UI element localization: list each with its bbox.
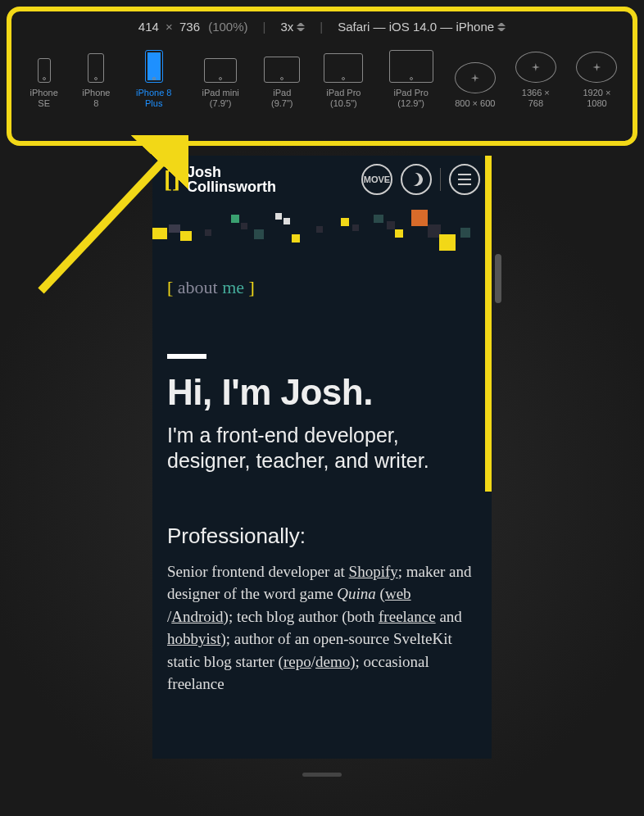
heading-rule xyxy=(167,354,206,359)
page-subheading: I'm a front-end developer, designer, tea… xyxy=(167,423,477,474)
device-icon xyxy=(576,52,617,83)
device-icon xyxy=(88,53,104,83)
device-label: iPhone SE xyxy=(26,88,61,109)
dark-mode-toggle[interactable] xyxy=(401,164,432,195)
highlight-edge xyxy=(485,156,492,492)
link-freelance[interactable]: freelance xyxy=(379,608,436,625)
viewport-width: 414 xyxy=(138,20,159,34)
device-label: iPad Pro (12.9") xyxy=(388,88,435,109)
link-web[interactable]: web xyxy=(385,585,411,602)
device-label: 800 × 600 xyxy=(455,98,495,109)
device-preset-ipad-9-7-[interactable]: iPad (9.7") xyxy=(264,57,300,109)
device-label: iPad Pro (10.5") xyxy=(320,88,367,109)
link-repo[interactable]: repo xyxy=(283,653,311,670)
responsive-design-toolbar: 414 × 736 (100%) | 3x | Safari — iOS 14.… xyxy=(7,7,637,146)
bio-paragraph: Senior frontend developer at Shopify; ma… xyxy=(167,560,477,696)
device-preset-ipad-mini-7-9-[interactable]: iPad mini (7.9") xyxy=(197,58,244,109)
device-icon xyxy=(455,62,496,93)
link-demo[interactable]: demo xyxy=(315,653,350,670)
device-label: iPad mini (7.9") xyxy=(197,88,244,109)
viewport-height: 736 xyxy=(179,20,200,34)
device-preset-iphone-se[interactable]: iPhone SE xyxy=(26,58,61,109)
viewport-dimensions[interactable]: 414 × 736 (100%) xyxy=(138,20,248,34)
page-subtitle: [ about me ] xyxy=(152,257,492,305)
section-heading: Professionally: xyxy=(167,524,477,549)
logo-bracket-icon: [] xyxy=(164,165,180,193)
device-label: iPad (9.7") xyxy=(264,88,300,109)
device-icon xyxy=(264,57,300,83)
device-icon xyxy=(145,50,163,83)
user-agent-select[interactable]: Safari — iOS 14.0 — iPhone xyxy=(338,20,506,34)
resize-handle[interactable] xyxy=(302,773,342,777)
updown-icon xyxy=(297,21,305,33)
dimension-x: × xyxy=(166,20,173,34)
device-icon xyxy=(515,52,556,83)
link-shopify[interactable]: Shopify xyxy=(349,563,398,580)
device-preset-ipad-pro-10-5-[interactable]: iPad Pro (10.5") xyxy=(320,53,367,109)
move-label: MOVE xyxy=(364,175,390,184)
device-icon xyxy=(38,58,51,83)
device-icon xyxy=(389,50,433,83)
moon-icon xyxy=(408,171,425,188)
decorative-pixels xyxy=(152,210,492,257)
device-preset-iphone-8[interactable]: iPhone 8 xyxy=(81,53,111,109)
simulated-viewport: [] Josh Collinsworth MOVE [ about me ] H… xyxy=(152,156,492,759)
menu-button[interactable] xyxy=(449,164,480,195)
logo-line1: Josh xyxy=(187,165,276,179)
updown-icon xyxy=(497,21,506,33)
link-android[interactable]: Android xyxy=(171,608,223,625)
separator xyxy=(440,168,441,191)
device-label: iPhone 8 Plus xyxy=(130,88,177,109)
separator: | xyxy=(263,20,266,34)
device-icon xyxy=(204,58,237,83)
device-preset-ipad-pro-12-9-[interactable]: iPad Pro (12.9") xyxy=(388,50,435,109)
zoom-percent: (100%) xyxy=(208,20,247,34)
device-preset-1920-1080[interactable]: 1920 × 1080 xyxy=(576,52,618,109)
device-preset-800-600[interactable]: 800 × 600 xyxy=(455,62,496,109)
device-preset-1366-768[interactable]: 1366 × 768 xyxy=(515,52,556,109)
device-preset-iphone-8-plus[interactable]: iPhone 8 Plus xyxy=(130,50,177,109)
ua-value: Safari — iOS 14.0 — iPhone xyxy=(338,20,494,34)
viewport-scrollbar[interactable] xyxy=(495,254,501,303)
device-icon xyxy=(324,53,363,83)
scale-value: 3x xyxy=(280,20,293,34)
page-heading: Hi, I'm Josh. xyxy=(167,374,477,411)
device-label: 1920 × 1080 xyxy=(576,88,618,109)
device-label: iPhone 8 xyxy=(81,88,111,109)
link-hobbyist[interactable]: hobbyist xyxy=(167,630,220,647)
separator: | xyxy=(320,20,323,34)
move-button[interactable]: MOVE xyxy=(361,164,392,195)
logo-line2: Collinsworth xyxy=(187,179,276,194)
device-pixel-ratio-select[interactable]: 3x xyxy=(280,20,305,34)
site-logo[interactable]: [] Josh Collinsworth xyxy=(164,165,276,194)
device-label: 1366 × 768 xyxy=(515,88,556,109)
